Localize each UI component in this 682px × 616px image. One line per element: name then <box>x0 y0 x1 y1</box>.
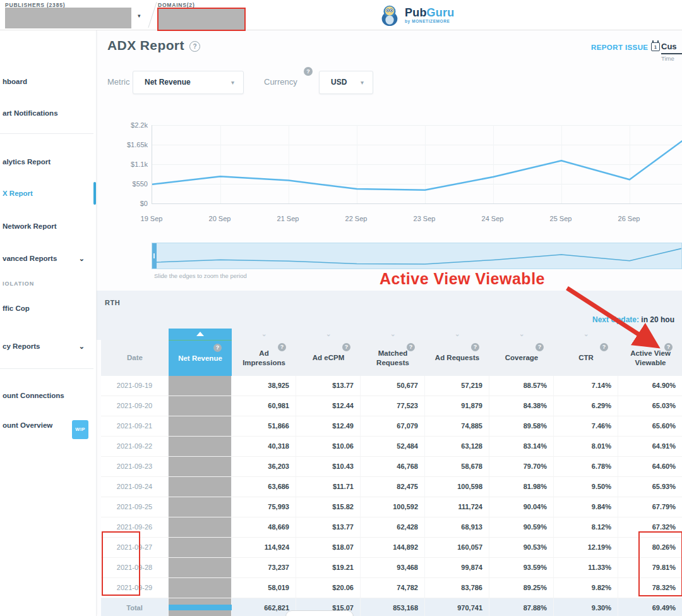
column-help-icon[interactable]: ? <box>471 343 479 351</box>
net-revenue-cell-redacted <box>169 497 232 517</box>
date-cell[interactable]: 2021-09-26 <box>101 517 169 537</box>
pubguru-logo: PubGuru by MONETIZEMORE <box>378 3 454 28</box>
table-cell: $11.71 <box>296 477 361 497</box>
column-help-icon[interactable]: ? <box>535 343 544 351</box>
table-cell: 9.84% <box>554 497 618 517</box>
table-cell: 48,669 <box>232 517 296 537</box>
calendar-icon[interactable]: 1 <box>651 42 660 51</box>
net-revenue-cell-redacted <box>169 578 232 598</box>
sidebar-item-label: art Notifications <box>3 109 58 117</box>
column-scrollbar[interactable] <box>169 605 232 610</box>
column-help-icon[interactable]: ? <box>213 344 222 352</box>
date-cell[interactable]: 2021-09-29 <box>101 578 169 598</box>
table-row: 2021-09-2463,686$11.7182,475100,59881.98… <box>101 477 682 497</box>
sort-caret-icon[interactable]: ⌄ <box>455 330 460 337</box>
sidebar-item-cy-reports[interactable]: cy Reports⌄ <box>0 339 96 354</box>
date-cell[interactable]: 2021-09-27 <box>101 538 169 557</box>
table-cell: 91,879 <box>425 396 489 416</box>
net-revenue-cell-redacted <box>169 376 232 396</box>
column-help-icon[interactable]: ? <box>342 343 350 351</box>
table-row: 2021-09-2060,981$12.4477,52391,87984.38%… <box>101 396 682 416</box>
chevron-down-icon: ▾ <box>361 71 364 94</box>
sort-caret-icon[interactable]: ⌄ <box>261 330 266 337</box>
table-cell: 51,866 <box>232 416 296 436</box>
sidebar-item-ount-connections[interactable]: ount Connections <box>0 388 96 403</box>
currency-select[interactable]: USD ▾ <box>319 71 373 94</box>
y-axis-tick: $1.65k <box>117 141 148 148</box>
net-revenue-cell-redacted <box>169 538 232 557</box>
column-header-coverage[interactable]: Coverage? <box>489 340 554 376</box>
sidebar-item-label: ount Connections <box>3 392 64 399</box>
table-row: 2021-09-2336,203$10.4346,76858,67879.70%… <box>101 457 682 477</box>
date-cell[interactable]: 2021-09-21 <box>101 416 169 436</box>
sort-caret-icon[interactable]: ⌄ <box>326 330 331 337</box>
sidebar-item-label: Network Report <box>3 222 57 230</box>
sort-caret-icon[interactable]: ⌄ <box>390 330 395 337</box>
report-issue-button[interactable]: REPORT ISSUE <box>591 44 648 51</box>
publisher-caret-icon[interactable]: ▾ <box>138 13 141 19</box>
table-cell: $18.07 <box>296 538 361 557</box>
currency-help-icon[interactable]: ? <box>304 67 313 76</box>
domain-select[interactable] <box>157 8 246 31</box>
table-cell: 80.26% <box>618 538 682 557</box>
revenue-line-chart <box>152 125 682 204</box>
column-help-icon[interactable]: ? <box>407 343 415 351</box>
date-cell[interactable]: 2021-09-19 <box>101 376 169 396</box>
sidebar-item-alytics-report[interactable]: alytics Report <box>0 154 96 169</box>
date-cell[interactable]: 2021-09-23 <box>101 457 169 476</box>
metric-value: Net Revenue <box>133 71 243 94</box>
column-header-matched-requests[interactable]: Matched Requests? <box>361 340 425 376</box>
net-revenue-cell-redacted <box>169 517 232 537</box>
net-revenue-cell-redacted <box>169 396 232 416</box>
column-header-date[interactable]: Date <box>101 340 169 376</box>
date-cell[interactable]: 2021-09-25 <box>101 497 169 517</box>
metric-select[interactable]: Net Revenue ▾ <box>133 71 244 94</box>
sort-asc-icon <box>196 332 204 336</box>
sidebar-item-art-notifications[interactable]: art Notifications <box>0 106 96 121</box>
sidebar-item-ffic-cop[interactable]: ffic Cop <box>0 301 96 316</box>
x-axis-tick: 22 Sep <box>340 215 373 222</box>
pagination-control[interactable] <box>285 610 354 616</box>
column-header-ad-ecpm[interactable]: Ad eCPM? <box>296 340 361 376</box>
table-cell: 69.49% <box>618 598 682 616</box>
net-revenue-cell-redacted <box>169 457 232 476</box>
period-zoom-slider[interactable] <box>152 243 682 269</box>
page-help-icon[interactable]: ? <box>189 41 200 52</box>
table-row: 2021-09-2151,866$12.4967,07974,88589.58%… <box>101 416 682 437</box>
net-revenue-cell-redacted <box>169 437 232 456</box>
sidebar-divider <box>0 368 93 369</box>
table-cell: 52,484 <box>361 437 425 456</box>
logo-guru: Guru <box>427 6 455 19</box>
sidebar-item-hboard[interactable]: hboard <box>0 74 96 89</box>
column-header-ad-impressions[interactable]: Ad Impressions? <box>232 340 296 376</box>
column-header-net-revenue[interactable]: Net Revenue? <box>169 340 232 376</box>
net-revenue-cell-redacted <box>169 416 232 436</box>
publisher-select[interactable] <box>5 8 131 28</box>
date-range-button[interactable]: Cus <box>661 42 682 54</box>
date-cell[interactable]: 2021-09-24 <box>101 477 169 497</box>
date-cell[interactable]: 2021-09-22 <box>101 437 169 456</box>
column-header-ad-requests[interactable]: Ad Requests? <box>425 340 489 376</box>
table-cell: 64.90% <box>618 376 682 396</box>
sort-indicator-net-revenue[interactable] <box>169 329 232 340</box>
column-help-icon[interactable]: ? <box>664 343 673 351</box>
table-cell: 853,168 <box>361 598 425 616</box>
sidebar-item-network-report[interactable]: Network Report <box>0 219 96 234</box>
date-cell[interactable]: 2021-09-28 <box>101 558 169 577</box>
sort-caret-icon[interactable]: ⌄ <box>519 330 524 337</box>
table-cell: 93,468 <box>361 558 425 577</box>
sidebar-item-ount-overview[interactable]: ount OverviewWIP <box>0 418 96 433</box>
column-help-icon[interactable]: ? <box>278 343 286 351</box>
table-cell: 74,885 <box>425 416 489 436</box>
slider-left-handle[interactable] <box>152 243 157 269</box>
sidebar-item-vanced-reports[interactable]: vanced Reports⌄ <box>0 251 96 266</box>
table-cell: 83,786 <box>425 578 489 598</box>
date-cell[interactable]: 2021-09-20 <box>101 396 169 416</box>
table-cell: 58,678 <box>425 457 489 476</box>
sidebar-item-x-report[interactable]: X Report <box>0 186 96 201</box>
sidebar-item-label: alytics Report <box>3 158 51 166</box>
table-row: 2021-09-1938,925$13.7750,67757,21988.57%… <box>101 376 682 396</box>
table-cell: 65.03% <box>618 396 682 416</box>
annotation-arrow-icon <box>556 283 663 356</box>
active-item-indicator <box>93 182 96 205</box>
